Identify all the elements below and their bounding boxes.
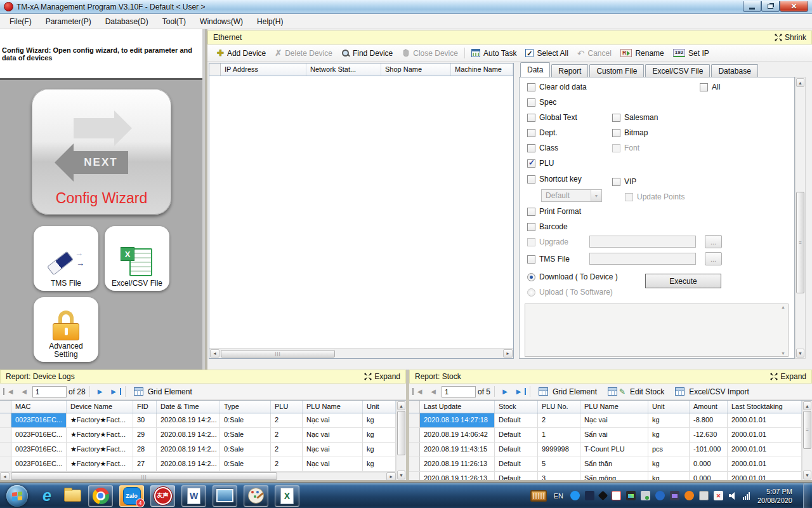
close-button[interactable]: ✕ xyxy=(780,1,808,12)
auto-task-button[interactable]: Auto Task xyxy=(467,48,521,59)
scroll-up-icon[interactable]: ▲ xyxy=(796,78,804,87)
delete-device-button[interactable]: ✗Delete Device xyxy=(270,47,337,59)
table-row[interactable]: 0023F016EC... ★Factory★Fact... 27 2020.0… xyxy=(0,457,396,472)
v-tray-icon[interactable] xyxy=(612,491,621,500)
table-row[interactable]: 0023F016EC... ★Factory★Fact... 29 2020.0… xyxy=(0,428,396,443)
tab-data[interactable]: Data xyxy=(520,62,550,77)
excel-csv-file-button[interactable]: X Excel/CSV File xyxy=(105,226,169,291)
menu-database[interactable]: Database(D) xyxy=(98,15,155,29)
hscroll-thumb[interactable]: ||| xyxy=(221,350,335,358)
row-selector[interactable] xyxy=(0,428,11,442)
table-row[interactable]: 0023F016EC... ★Factory★Fact... 30 2020.0… xyxy=(0,413,396,428)
excel-csv-import-button[interactable]: Excel/CSV Import xyxy=(671,386,754,398)
cell-last-stocktaking[interactable]: 2000.01.01 xyxy=(728,472,802,480)
monitor-tray-icon[interactable] xyxy=(626,491,636,500)
restore-button[interactable] xyxy=(761,1,780,12)
cell-plu[interactable]: 2 xyxy=(271,443,303,457)
language-indicator[interactable]: EN xyxy=(554,492,563,500)
device-logs-hscrollbar[interactable]: ◂ ||| ▸ xyxy=(0,472,396,480)
shrink-button[interactable]: Shrink xyxy=(775,33,806,42)
cell-stock[interactable]: Default xyxy=(495,457,538,471)
menu-tool[interactable]: Tool(T) xyxy=(155,15,193,29)
action-center-flag-icon[interactable]: ✕ xyxy=(714,491,723,500)
antimalware-tray-icon[interactable] xyxy=(585,491,594,500)
last-page-button[interactable]: ▶ xyxy=(108,388,121,395)
scroll-left-icon[interactable]: ◂ xyxy=(210,349,219,358)
set-ip-button[interactable]: 192Set IP xyxy=(669,48,714,59)
grid-element-button[interactable]: Grid Element xyxy=(534,386,601,398)
file-explorer-button[interactable] xyxy=(61,485,84,507)
cell-plu-no[interactable]: 9999998 xyxy=(538,443,580,457)
column-plu-name[interactable]: PLU Name xyxy=(580,401,648,413)
cell-plu-name[interactable]: Nạc vai xyxy=(580,413,648,427)
device-logs-expand-button[interactable]: Expand xyxy=(364,372,400,381)
grid-element-button[interactable]: Grid Element xyxy=(129,386,197,398)
cell-type[interactable]: 0:Sale xyxy=(220,428,271,442)
cell-last-stocktaking[interactable]: 2000.01.01 xyxy=(728,413,802,427)
column-stock[interactable]: Stock xyxy=(495,401,538,413)
first-page-button[interactable]: ◀ xyxy=(412,388,425,395)
column-ip-address[interactable]: IP Address xyxy=(221,64,306,76)
execute-button[interactable]: Execute xyxy=(645,274,721,288)
stock-expand-button[interactable]: Expand xyxy=(770,372,806,381)
network-signal-icon[interactable] xyxy=(743,492,750,500)
tms-file-button[interactable]: → → TMS File xyxy=(34,226,98,291)
cancel-button[interactable]: ↶Cancel xyxy=(573,47,616,60)
cell-mac[interactable]: 0023F016EC... xyxy=(11,413,67,427)
close-device-button[interactable]: Close Device xyxy=(397,48,462,59)
display-tray-icon[interactable] xyxy=(670,491,679,500)
row-selector[interactable] xyxy=(409,443,420,457)
cell-device-name[interactable]: ★Factory★Fact... xyxy=(67,413,133,427)
stock-vscrollbar[interactable]: ▲ ≡ ▼ xyxy=(802,401,812,480)
excel-taskbar-button[interactable]: X xyxy=(275,485,299,507)
column-date-time[interactable]: Date & Time xyxy=(157,401,220,413)
cell-date-time[interactable]: 2020.08.19 14:2... xyxy=(157,457,220,471)
taskbar-clock[interactable]: 5:07 PM 20/08/2020 xyxy=(757,487,792,505)
radio-upload[interactable]: Upload ( To Software) xyxy=(527,288,613,297)
next-page-button[interactable]: ▶ xyxy=(94,388,107,395)
scroll-down-icon[interactable]: ▼ xyxy=(796,349,804,358)
row-selector[interactable] xyxy=(0,457,11,471)
cell-plu-no[interactable]: 5 xyxy=(538,457,580,471)
checkbox-update-points[interactable]: Update Points xyxy=(625,192,684,201)
menu-help[interactable]: Help(H) xyxy=(250,15,290,29)
internet-explorer-button[interactable]: e xyxy=(36,485,58,507)
word-taskbar-button[interactable]: W xyxy=(181,485,206,507)
dropbox-tray-icon[interactable] xyxy=(598,491,608,501)
chrome-taskbar-button[interactable] xyxy=(88,485,113,507)
menu-windows[interactable]: Windows(W) xyxy=(193,15,250,29)
cell-plu-no[interactable]: 3 xyxy=(538,472,580,480)
row-selector[interactable] xyxy=(409,413,420,427)
cell-fid[interactable]: 27 xyxy=(133,457,157,471)
cell-device-name[interactable]: ★Factory★Fact... xyxy=(67,428,133,442)
cell-unit[interactable]: kg xyxy=(648,472,690,480)
prev-page-button[interactable]: ◀ xyxy=(18,388,30,395)
row-selector[interactable] xyxy=(0,443,11,457)
cell-unit[interactable]: pcs xyxy=(648,443,690,457)
table-row[interactable]: 2020.08.19 14:06:42 Default 1 Sấn vai kg… xyxy=(409,428,802,443)
cell-plu-name[interactable]: Nạc vai xyxy=(303,428,363,442)
tms-file-input[interactable] xyxy=(589,253,696,265)
cell-stock[interactable]: Default xyxy=(495,413,538,427)
scroll-right-icon[interactable]: ▸ xyxy=(386,472,396,481)
cell-mac[interactable]: 0023F016EC... xyxy=(11,428,67,442)
table-row[interactable]: 2020.08.19 11:26:13 Default 3 Sấn mông k… xyxy=(409,472,802,480)
listbox-vscrollbar[interactable] xyxy=(779,305,787,356)
column-network-status[interactable]: Network Stat... xyxy=(306,64,381,76)
cell-stock[interactable]: Default xyxy=(495,428,538,442)
first-page-button[interactable]: ◀ xyxy=(3,388,16,395)
volume-icon[interactable] xyxy=(728,491,738,500)
cell-date-time[interactable]: 2020.08.19 14:2... xyxy=(157,443,220,457)
table-row[interactable]: 2020.08.19 11:43:15 Default 9999998 T-Co… xyxy=(409,443,802,457)
checkbox-print-format[interactable]: Print Format xyxy=(527,207,581,216)
page-input[interactable] xyxy=(442,386,476,398)
edit-stock-button[interactable]: ✎Edit Stock xyxy=(603,386,669,398)
checkbox-bitmap[interactable]: Bitmap xyxy=(612,128,648,137)
cell-plu[interactable]: 2 xyxy=(271,457,303,471)
column-amount[interactable]: Amount xyxy=(690,401,728,413)
scroll-right-icon[interactable]: ▸ xyxy=(503,349,513,358)
tab-database[interactable]: Database xyxy=(711,64,757,77)
scroll-down-icon[interactable]: ▼ xyxy=(397,471,405,479)
column-unit[interactable]: Unit xyxy=(363,401,396,413)
table-row[interactable]: 2020.08.19 11:26:13 Default 5 Sấn thăn k… xyxy=(409,457,802,472)
